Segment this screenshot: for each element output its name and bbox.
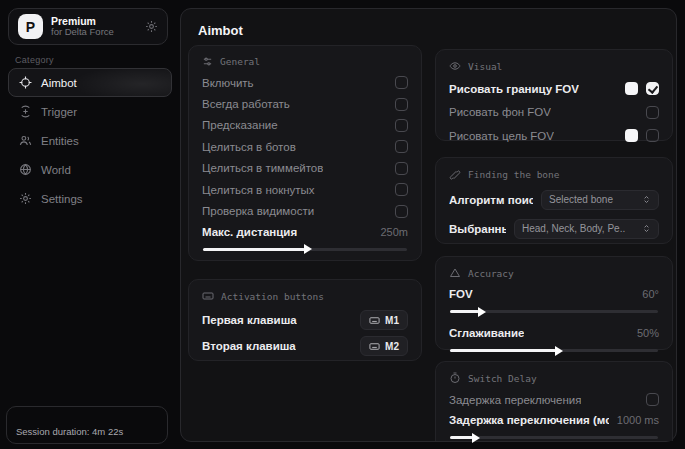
category-label: Category: [15, 55, 54, 65]
session-duration-text: Session duration: 4m 22s: [16, 426, 123, 437]
setting-row: Проверка видимости: [202, 200, 408, 221]
setting-row: Выбранные кости Head, Neck, Body, Pe..: [449, 214, 659, 243]
setting-row: Задержка переключения: [449, 389, 659, 410]
setting-row-slider: Сглаживание 50%: [449, 323, 659, 352]
sidebar-item-label: World: [41, 164, 71, 176]
checkbox[interactable]: [395, 140, 408, 153]
setting-row: Рисовать фон FOV: [449, 101, 659, 125]
sidebar-item-trigger[interactable]: Trigger: [8, 97, 172, 126]
slider-thumb[interactable]: [478, 307, 486, 317]
sliders-icon: [202, 56, 213, 67]
slider-value: 60°: [642, 288, 659, 300]
checkbox[interactable]: [646, 82, 659, 95]
keybind-button[interactable]: M2: [360, 336, 408, 356]
setting-row: Первая клавиша M1: [202, 307, 408, 333]
sidebar-item-world[interactable]: World: [8, 155, 172, 184]
bone-icon: [449, 168, 461, 180]
slider-value: 1000 ms: [617, 414, 659, 426]
sidebar: P Premium for Delta Force Category Aimbo…: [0, 0, 180, 449]
slider-value: 50%: [637, 327, 659, 339]
keyboard-icon: [202, 290, 214, 302]
setting-row-slider: Задержка переключения (мс) 1000 ms: [449, 410, 659, 439]
card-title: Switch Delay: [468, 373, 537, 384]
setting-row: Предсказание: [202, 115, 408, 136]
selected-bones-select[interactable]: Head, Neck, Body, Pe..: [514, 219, 659, 239]
brand-logo: P: [18, 14, 43, 39]
chevron-updown-icon: [642, 224, 651, 233]
max-distance-slider[interactable]: [203, 248, 407, 251]
color-swatch[interactable]: [625, 82, 638, 95]
setting-row: Вторая клавиша M2: [202, 333, 408, 359]
keybind-button[interactable]: M1: [360, 310, 408, 330]
sidebar-item-label: Aimbot: [41, 77, 77, 89]
color-swatch[interactable]: [625, 129, 638, 142]
brand-box: P Premium for Delta Force: [8, 8, 168, 45]
slider-thumb[interactable]: [304, 244, 312, 254]
checkbox[interactable]: [395, 162, 408, 175]
session-duration-box: Session duration: 4m 22s: [6, 406, 168, 444]
checkbox[interactable]: [395, 119, 408, 132]
setting-row-slider: FOV 60°: [449, 284, 659, 313]
slider-thumb[interactable]: [555, 346, 563, 356]
setting-row-slider: Макс. дистанция 250m: [202, 222, 408, 251]
sidebar-item-settings[interactable]: Settings: [8, 184, 172, 213]
card-finding-the-bone: Finding the bone Алгоритм поиска кости S…: [435, 157, 673, 244]
card-title: Finding the bone: [468, 169, 560, 180]
card-visual: Visual Рисовать границу FOV Рисовать фон…: [435, 49, 673, 141]
main-panel: Aimbot General Включить Всегда работать …: [180, 8, 677, 442]
card-title: Accuracy: [468, 268, 514, 279]
sidebar-item-aimbot[interactable]: Aimbot: [8, 68, 172, 97]
brand-subtitle: for Delta Force: [51, 27, 137, 38]
card-title: Activation buttons: [221, 291, 324, 302]
gear-icon: [19, 192, 32, 205]
crosshair-icon: [19, 76, 32, 89]
smoothing-slider[interactable]: [450, 349, 658, 352]
sidebar-item-entities[interactable]: Entities: [8, 126, 172, 155]
setting-row: Всегда работать: [202, 93, 408, 114]
switch-delay-slider[interactable]: [450, 436, 658, 439]
setting-row: Целиться в ботов: [202, 136, 408, 157]
sidebar-item-label: Settings: [41, 193, 83, 205]
setting-row: Целиться в нокнутых: [202, 179, 408, 200]
gear-icon[interactable]: [145, 20, 158, 33]
timer-icon: [449, 372, 461, 384]
setting-row: Рисовать границу FOV: [449, 77, 659, 101]
setting-row: Алгоритм поиска кости Selected bone: [449, 185, 659, 214]
checkbox[interactable]: [395, 183, 408, 196]
checkbox[interactable]: [646, 393, 659, 406]
keyboard-icon: [369, 341, 380, 352]
sidebar-nav: Aimbot Trigger Entities World Settings: [8, 68, 172, 213]
card-accuracy: Accuracy FOV 60° Сглаживание 50%: [435, 256, 673, 350]
bone-algorithm-select[interactable]: Selected bone: [541, 190, 659, 210]
fov-slider[interactable]: [450, 310, 658, 313]
setting-row: Включить: [202, 72, 408, 93]
trigger-icon: [19, 105, 32, 118]
eye-icon: [449, 60, 461, 72]
triangle-icon: [449, 267, 461, 279]
card-activation-buttons: Activation buttons Первая клавиша M1 Вто…: [188, 279, 422, 361]
card-title: General: [220, 56, 260, 67]
checkbox[interactable]: [646, 106, 659, 119]
setting-row: Рисовать цель FOV: [449, 124, 659, 148]
chevron-updown-icon: [642, 195, 651, 204]
globe-icon: [19, 163, 32, 176]
card-general: General Включить Всегда работать Предска…: [188, 45, 422, 261]
slider-thumb[interactable]: [472, 433, 480, 443]
page-title: Aimbot: [198, 23, 243, 38]
checkbox[interactable]: [395, 205, 408, 218]
card-switch-delay: Switch Delay Задержка переключения Задер…: [435, 361, 673, 441]
entities-icon: [19, 134, 32, 147]
sidebar-item-label: Trigger: [41, 106, 77, 118]
sidebar-item-label: Entities: [41, 135, 79, 147]
card-title: Visual: [468, 61, 502, 72]
slider-value: 250m: [380, 226, 408, 238]
checkbox[interactable]: [395, 98, 408, 111]
checkbox[interactable]: [646, 129, 659, 142]
keyboard-icon: [369, 315, 380, 326]
checkbox[interactable]: [395, 76, 408, 89]
setting-row: Целиться в тиммейтов: [202, 158, 408, 179]
